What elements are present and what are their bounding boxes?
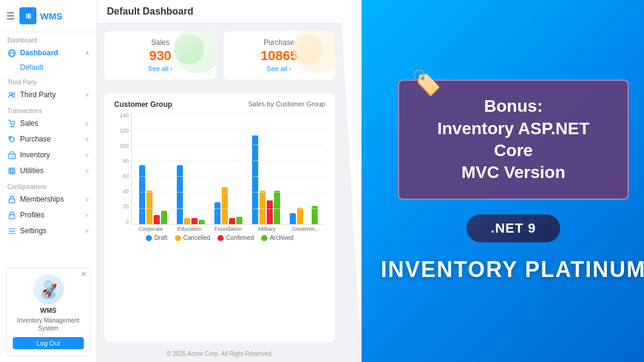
- chart-group-corporate: [134, 165, 172, 224]
- purchase-chevron: ∨: [85, 136, 89, 142]
- bar-corporate-draft: [139, 165, 145, 224]
- x-label-education: Education: [170, 226, 209, 232]
- sales-card-label: Sales: [151, 38, 170, 47]
- third-party-chevron: ∨: [85, 92, 89, 98]
- legend-label-confirmed: Confirmed: [226, 234, 254, 241]
- sidebar-item-dashboard[interactable]: Dashboard ∧: [0, 45, 97, 61]
- bar-foundation-archived: [236, 217, 242, 224]
- bar-corporate-cancelled: [146, 191, 152, 224]
- bar-government-archived: [312, 206, 318, 224]
- profiles-label: Profiles: [20, 211, 44, 219]
- bar-education-cancelled: [184, 218, 190, 224]
- bar-military-archived: [274, 191, 280, 224]
- bar-foundation-draft: [214, 202, 221, 224]
- list-icon: [7, 227, 16, 235]
- avatar: 🚀: [33, 274, 64, 304]
- x-label-foundation: Foundation: [209, 226, 248, 232]
- bar-education-draft: [177, 165, 183, 224]
- sidebar-item-third-party[interactable]: Third Party ∨: [0, 87, 97, 103]
- stat-card-purchase: Purchase 10865 See all ›: [224, 31, 335, 80]
- stats-row: Sales 930 See all › Purchase 10865 See a…: [104, 31, 335, 80]
- svg-point-4: [12, 92, 15, 95]
- section-label-configurations: Configurations: [0, 179, 97, 191]
- svg-point-5: [10, 126, 12, 127]
- sidebar-item-sales[interactable]: Sales ∨: [0, 115, 97, 131]
- profile-close-button[interactable]: ✕: [81, 270, 86, 278]
- logout-button[interactable]: Log Out: [13, 337, 84, 349]
- sales-see-all-link[interactable]: See all ›: [148, 65, 173, 72]
- legend-cancelled: Cancelled: [175, 234, 210, 241]
- sidebar-item-purchase[interactable]: Purchase ∨: [0, 131, 97, 147]
- svg-point-3: [9, 92, 12, 95]
- profile-name: WMS: [40, 307, 57, 314]
- purchase-label: Purchase: [20, 135, 51, 143]
- sidebar-logo: ⊞ WMS: [19, 7, 63, 24]
- chart-group-military: [247, 135, 285, 224]
- sidebar: ☰ ⊞ WMS Dashboard Dashboard ∧ Default Th…: [0, 0, 97, 362]
- settings-chevron: ∨: [85, 228, 89, 234]
- legend-draft: Draft: [146, 234, 168, 241]
- logo-box: ⊞: [19, 7, 36, 24]
- chart-section-title: Customer Group: [114, 100, 172, 109]
- svg-text:🚀: 🚀: [42, 283, 58, 298]
- chart-group-education: [172, 165, 210, 224]
- settings-label: Settings: [20, 227, 46, 235]
- chart-group-foundation: [210, 187, 247, 224]
- third-party-label: Third Party: [20, 90, 56, 99]
- legend-label-draft: Draft: [154, 234, 168, 241]
- bar-corporate-confirmed: [154, 215, 160, 224]
- users-icon: [7, 90, 16, 99]
- bar-government-confirmed: [304, 224, 310, 224]
- legend-dot-cancelled: [175, 235, 181, 241]
- lock-icon-profiles: [7, 211, 16, 219]
- sidebar-item-default[interactable]: Default: [0, 61, 97, 74]
- promo-dotnet-badge: .NET 9: [467, 214, 560, 242]
- chart-container: Customer Group Sales by Customer Group 1…: [104, 93, 335, 342]
- bar-education-confirmed: [191, 218, 197, 224]
- bar-government-cancelled: [297, 208, 303, 224]
- sidebar-item-memberships[interactable]: Memberships ∨: [0, 191, 97, 207]
- topbar: Default Dashboard: [97, 0, 349, 24]
- sidebar-item-inventory[interactable]: Inventory ∨: [0, 147, 97, 163]
- bar-education-archived: [199, 220, 205, 224]
- x-label-corporate: Corporate: [131, 226, 170, 232]
- x-label-military: Military: [247, 226, 286, 232]
- globe-icon: [7, 49, 16, 57]
- memberships-chevron: ∨: [85, 196, 89, 202]
- tool-icon: [7, 166, 16, 175]
- lock-icon-memberships: [7, 195, 16, 203]
- bar-military-cancelled: [259, 191, 265, 224]
- tag-promo-icon: 🏷️: [411, 69, 442, 97]
- sidebar-item-settings[interactable]: Settings ∨: [0, 223, 97, 239]
- stat-card-sales: Sales 930 See all ›: [104, 31, 216, 80]
- legend-confirmed: Confirmed: [218, 234, 254, 241]
- utilities-chevron: ∨: [85, 168, 89, 174]
- promo-dotnet-label: .NET 9: [491, 220, 536, 236]
- bar-corporate-archived: [161, 211, 167, 224]
- legend-label-cancelled: Cancelled: [183, 234, 210, 241]
- promo-bonus-title: Bonus:Inventory ASP.NET CoreMVC Version: [419, 95, 608, 184]
- section-label-dashboard: Dashboard: [0, 32, 97, 45]
- promo-area: 🏷️ Bonus:Inventory ASP.NET CoreMVC Versi…: [361, 0, 644, 362]
- legend-label-archived: Archived: [270, 234, 293, 241]
- app-title: WMS: [40, 11, 63, 21]
- bar-government-draft: [290, 213, 296, 224]
- sidebar-item-utilities[interactable]: Utilities ∨: [0, 163, 97, 179]
- sidebar-profile-box: ✕ 🚀 WMS Inventory Management System Log …: [6, 267, 91, 356]
- chart-legend: Draft Cancelled Confirmed Archived: [114, 234, 325, 241]
- dashboard-area: Default Dashboard Sales 930 See all › Pu…: [97, 0, 361, 362]
- sales-card-value: 930: [149, 48, 171, 64]
- x-label-government: Governm...: [286, 226, 325, 232]
- hamburger-icon[interactable]: ☰: [6, 10, 15, 22]
- purchase-card-label: Purchase: [264, 38, 295, 47]
- svg-rect-16: [9, 214, 14, 219]
- tag-icon: [7, 135, 16, 143]
- page-title: Default Dashboard: [107, 6, 193, 17]
- bar-foundation-cancelled: [222, 187, 228, 224]
- chart-group-government: [285, 206, 323, 224]
- purchase-see-all-link[interactable]: See all ›: [267, 65, 291, 72]
- sidebar-item-profiles[interactable]: Profiles ∨: [0, 207, 97, 223]
- legend-archived: Archived: [261, 234, 293, 241]
- inventory-chevron: ∨: [85, 152, 89, 158]
- footer: © 2025 Acme Corp. All Right Reserved.: [104, 348, 335, 360]
